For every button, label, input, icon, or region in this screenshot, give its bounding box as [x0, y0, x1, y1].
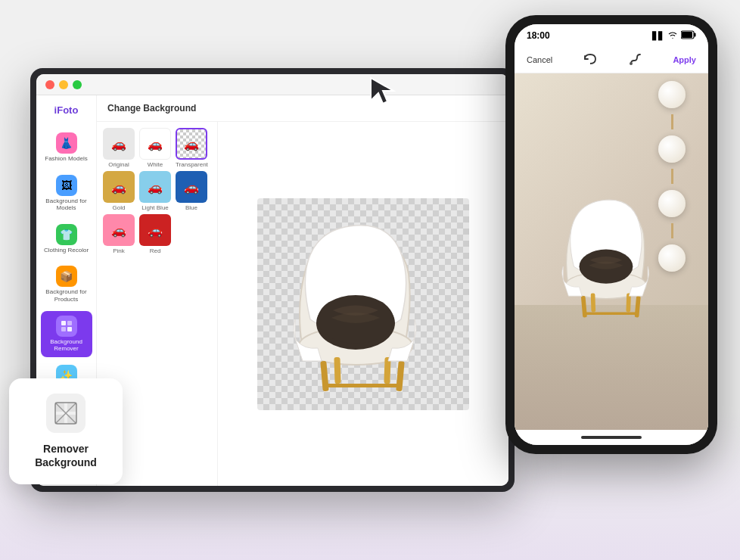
- svg-rect-1: [67, 321, 72, 325]
- panel-body: 🚗 Original 🚗 White 🚗 Transparent: [97, 122, 508, 486]
- lamp-ball-2: [658, 135, 686, 163]
- swatch-pink[interactable]: 🚗 Pink: [103, 214, 135, 254]
- svg-point-16: [630, 62, 633, 65]
- background-models-icon: 🖼: [56, 175, 77, 196]
- swatch-transparent[interactable]: 🚗 Transparent: [176, 128, 208, 168]
- sidebar-item-bg-products[interactable]: 📦 Background for Products: [41, 261, 92, 307]
- svg-rect-21: [591, 293, 596, 312]
- swatch-lightblue-label: Light Blue: [141, 204, 169, 211]
- swatch-gold-label: Gold: [113, 204, 126, 211]
- sidebar-item-clothing[interactable]: 👕 Clothing Recolor: [41, 219, 92, 259]
- tooltip-label: Remover Background: [24, 442, 107, 469]
- svg-rect-12: [324, 384, 400, 387]
- tooltip-card: Remover Background: [9, 378, 123, 484]
- sidebar-item-background-models[interactable]: 🖼 Background for Models: [41, 170, 92, 216]
- chair-svg: [280, 213, 446, 395]
- app-logo: iFoto: [54, 101, 79, 119]
- swatch-lightblue[interactable]: 🚗 Light Blue: [139, 171, 171, 211]
- traffic-light-green[interactable]: [73, 80, 82, 89]
- svg-rect-14: [682, 32, 692, 38]
- svg-rect-15: [694, 33, 696, 37]
- cancel-button[interactable]: Cancel: [527, 55, 552, 64]
- canvas-area: [218, 122, 508, 486]
- phone-image-area: [515, 73, 708, 430]
- sidebar-item-bg-remover[interactable]: Background Remover: [41, 311, 92, 357]
- swatch-gold[interactable]: 🚗 Gold: [103, 171, 135, 211]
- svg-rect-0: [61, 321, 66, 325]
- phone-status-icons: ▋▋: [652, 30, 696, 41]
- swatch-white[interactable]: 🚗 White: [139, 128, 171, 168]
- background-models-label: Background for Models: [44, 198, 89, 212]
- swatch-pink-label: Pink: [113, 247, 125, 254]
- fashion-models-icon: 👗: [56, 132, 77, 154]
- swatch-red[interactable]: 🚗 Red: [139, 214, 171, 254]
- undo-button[interactable]: [583, 52, 598, 67]
- signal-icon: ▋▋: [652, 32, 664, 40]
- svg-rect-23: [583, 312, 637, 315]
- svg-rect-2: [61, 327, 66, 331]
- swatch-original-label: Original: [108, 161, 129, 168]
- traffic-light-yellow[interactable]: [59, 80, 68, 89]
- swatch-blue[interactable]: 🚗 Blue: [176, 171, 207, 211]
- room-photo: [515, 73, 708, 430]
- wifi-icon: [667, 30, 678, 41]
- tooltip-icon: [46, 394, 86, 433]
- fashion-models-label: Fashion Models: [45, 155, 87, 163]
- lamp-ball-1: [658, 81, 686, 108]
- traffic-light-red[interactable]: [45, 80, 54, 89]
- svg-rect-10: [334, 356, 340, 383]
- lamp-stem-1: [671, 114, 673, 129]
- bg-products-label: Background for Products: [44, 288, 89, 303]
- phone-screen: 18:00 ▋▋: [515, 24, 708, 445]
- phone-home-bar: [515, 430, 708, 445]
- phone-mockup: 18:00 ▋▋: [505, 15, 717, 454]
- eraser-button[interactable]: [628, 51, 643, 68]
- room-chair: [551, 191, 672, 323]
- bg-remover-icon: [56, 316, 77, 337]
- bg-products-icon: 📦: [56, 266, 77, 287]
- swatch-white-label: White: [148, 161, 163, 168]
- swatch-transparent-label: Transparent: [176, 161, 208, 168]
- phone-status-bar: 18:00 ▋▋: [515, 24, 708, 47]
- main-area: Change Background 🚗 Original: [97, 95, 508, 486]
- clothing-label: Clothing Recolor: [44, 247, 89, 254]
- swatch-red-label: Red: [150, 247, 161, 254]
- battery-icon: [681, 30, 696, 41]
- phone-frame: 18:00 ▋▋: [505, 15, 717, 454]
- room-floor: [515, 305, 708, 430]
- lamp-stem-2: [671, 169, 673, 184]
- swatch-original[interactable]: 🚗 Original: [103, 128, 135, 168]
- phone-time: 18:00: [527, 30, 550, 41]
- panel-header: Change Background: [97, 95, 508, 122]
- phone-nav-bar: Cancel Apply: [515, 47, 708, 73]
- sidebar-item-fashion-models[interactable]: 👗 Fashion Models: [41, 128, 92, 167]
- desktop-titlebar: [36, 74, 508, 95]
- apply-button[interactable]: Apply: [673, 55, 696, 64]
- svg-rect-3: [67, 327, 72, 331]
- swatch-blue-label: Blue: [185, 204, 197, 211]
- bg-remover-label: Background Remover: [44, 338, 89, 353]
- home-bar-line: [581, 436, 642, 439]
- cursor-icon: [363, 72, 400, 114]
- clothing-icon: 👕: [56, 224, 77, 245]
- checker-canvas: [257, 198, 469, 410]
